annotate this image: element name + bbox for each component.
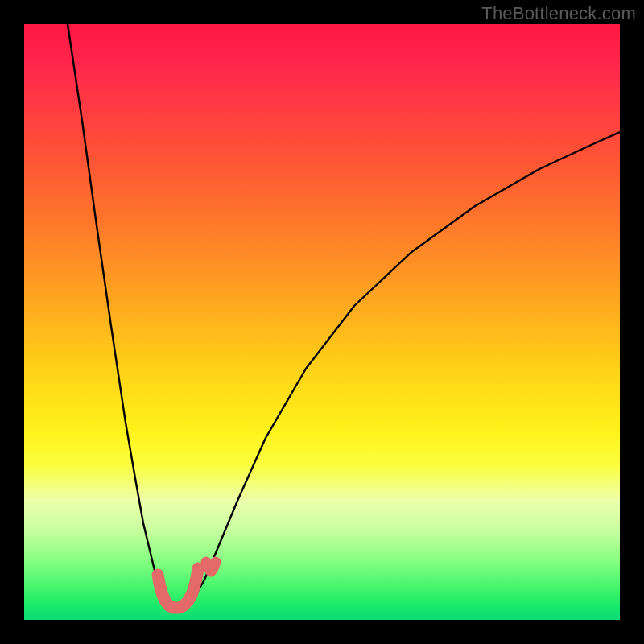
- curve-left-branch: [68, 24, 163, 601]
- curve-right-branch: [192, 132, 620, 601]
- watermark-text: TheBottleneck.com: [481, 3, 636, 24]
- chart-plot-area: [24, 24, 620, 620]
- right-knob-marker: [206, 562, 216, 572]
- valley-u-marker: [158, 568, 198, 608]
- chart-frame: TheBottleneck.com: [0, 0, 644, 644]
- chart-svg: [24, 24, 620, 620]
